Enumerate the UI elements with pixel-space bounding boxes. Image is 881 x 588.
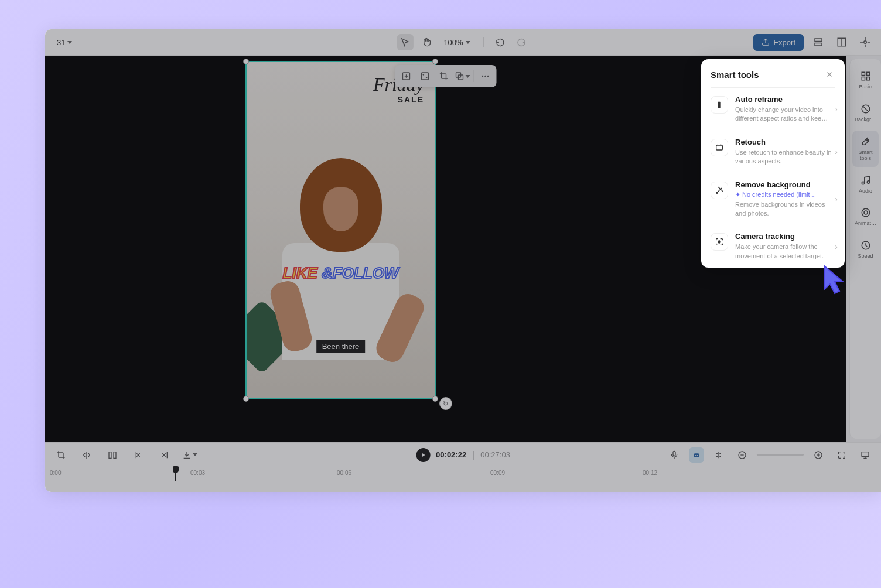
svg-rect-42: [862, 452, 869, 456]
tool-auto-reframe[interactable]: Auto reframe Quickly change your video i…: [701, 88, 845, 131]
chevron-down-icon: [465, 75, 470, 78]
speed-icon: [860, 240, 872, 251]
crop-tool-button[interactable]: [52, 446, 70, 464]
panel-title: Smart tools: [711, 70, 759, 80]
trim-left-button[interactable]: [129, 446, 147, 464]
video-selection-frame[interactable]: BLACK Friday SALE LIKE &FOLLOW: [245, 61, 436, 399]
svg-rect-8: [421, 73, 428, 80]
replace-button[interactable]: [453, 67, 471, 85]
crop-button[interactable]: [435, 67, 452, 85]
svg-point-10: [426, 77, 426, 78]
layout-stack-button[interactable]: [810, 33, 827, 51]
timeline-ruler[interactable]: 0:00 00:03 00:06 00:09 00:12: [45, 467, 881, 481]
tool-title: Remove background: [735, 180, 835, 189]
rotate-handle[interactable]: ↻: [439, 397, 452, 410]
more-button[interactable]: [476, 67, 494, 85]
present-button[interactable]: [856, 446, 874, 464]
mirror-button[interactable]: [78, 446, 95, 464]
track-number-dropdown[interactable]: 31: [52, 36, 77, 49]
svg-rect-34: [694, 453, 699, 457]
svg-rect-17: [866, 72, 869, 75]
svg-rect-16: [862, 72, 865, 75]
download-button[interactable]: [181, 446, 199, 464]
tool-remove-background[interactable]: Remove background ✦ No credits needed (l…: [701, 173, 845, 225]
svg-point-30: [718, 241, 720, 243]
trim-right-button[interactable]: [155, 446, 173, 464]
ai-button[interactable]: [689, 447, 704, 463]
chevron-right-icon: ›: [835, 242, 838, 251]
time-divider: |: [472, 450, 474, 460]
properties-rail: Basic Backgr… Smart tools Audio Animat… …: [849, 59, 881, 439]
rail-audio-label: Audio: [859, 189, 872, 194]
ruler-tick: 00:12: [643, 470, 657, 476]
svg-rect-0: [815, 39, 822, 42]
timeline-tracks[interactable]: [45, 481, 881, 492]
zoom-in-button[interactable]: [810, 446, 827, 464]
magic-wand-icon: [860, 136, 872, 148]
rail-background[interactable]: Backgr…: [852, 98, 879, 128]
close-button[interactable]: [824, 69, 835, 80]
floating-toolbar: [395, 65, 496, 87]
zoom-out-button[interactable]: [733, 446, 751, 464]
layout-split-button[interactable]: [833, 33, 851, 51]
tool-title: Camera tracking: [735, 232, 835, 241]
tool-title: Auto reframe: [735, 95, 835, 104]
rail-smart-tools[interactable]: Smart tools: [852, 131, 879, 167]
zoom-slider[interactable]: [757, 454, 804, 456]
tool-desc: Make your camera follow the movement of …: [735, 242, 835, 261]
resize-handle-tr[interactable]: [432, 59, 438, 64]
play-button[interactable]: [416, 448, 430, 462]
divider: [473, 70, 474, 82]
overlay-text-sale: SALE: [373, 95, 424, 104]
export-icon: [762, 38, 770, 46]
redo-button[interactable]: [513, 34, 530, 50]
rail-basic[interactable]: Basic: [852, 65, 879, 95]
like-follow-overlay: LIKE &FOLLOW: [283, 264, 399, 282]
svg-rect-31: [109, 452, 111, 458]
add-media-button[interactable]: [397, 67, 415, 85]
top-toolbar: 31 100% Export: [45, 29, 881, 56]
chevron-down-icon: [67, 41, 72, 44]
svg-point-22: [862, 209, 870, 217]
tool-retouch[interactable]: Retouch Use retouch to enhance beauty in…: [701, 131, 845, 173]
tool-camera-tracking[interactable]: Camera tracking Make your camera follow …: [701, 225, 845, 268]
remove-bg-icon: [711, 182, 728, 199]
split-button[interactable]: [104, 446, 121, 464]
track-number-value: 31: [57, 38, 65, 47]
divider: [483, 37, 484, 47]
dice-button[interactable]: [416, 67, 433, 85]
mic-button[interactable]: [665, 446, 683, 464]
ruler-tick: 0:00: [50, 470, 61, 476]
tracking-icon: [711, 233, 728, 251]
video-caption: Been there: [316, 340, 366, 353]
zoom-value: 100%: [443, 38, 463, 47]
resize-handle-bl[interactable]: [243, 396, 249, 402]
rail-animation[interactable]: Animat…: [852, 201, 879, 232]
svg-point-13: [482, 76, 483, 77]
cursor-pointer-graphic: [819, 263, 849, 298]
resize-handle-br[interactable]: [432, 396, 438, 402]
resize-handle-tl[interactable]: [243, 59, 249, 64]
tool-desc: Quickly change your video into different…: [735, 105, 835, 124]
grid-icon: [860, 70, 872, 82]
pointer-tool-button[interactable]: [397, 34, 413, 50]
zoom-dropdown[interactable]: 100%: [439, 38, 474, 47]
time-current: 00:02:22: [436, 450, 466, 459]
undo-button[interactable]: [492, 34, 508, 50]
fit-button[interactable]: [833, 446, 851, 464]
ruler-tick: 00:06: [337, 470, 351, 476]
chevron-right-icon: ›: [835, 147, 838, 156]
music-icon: [860, 175, 872, 186]
svg-rect-19: [866, 77, 869, 80]
svg-rect-1: [815, 43, 822, 46]
hand-tool-button[interactable]: [418, 34, 434, 50]
rail-audio[interactable]: Audio: [852, 169, 879, 200]
rail-smart-label: Smart tools: [855, 150, 876, 162]
chevron-right-icon: ›: [835, 104, 838, 114]
rail-speed[interactable]: Speed: [852, 234, 879, 265]
svg-point-14: [484, 76, 486, 77]
svg-rect-18: [862, 77, 865, 80]
export-button[interactable]: Export: [753, 34, 804, 51]
settings-button[interactable]: [856, 33, 874, 51]
align-button[interactable]: [710, 446, 728, 464]
